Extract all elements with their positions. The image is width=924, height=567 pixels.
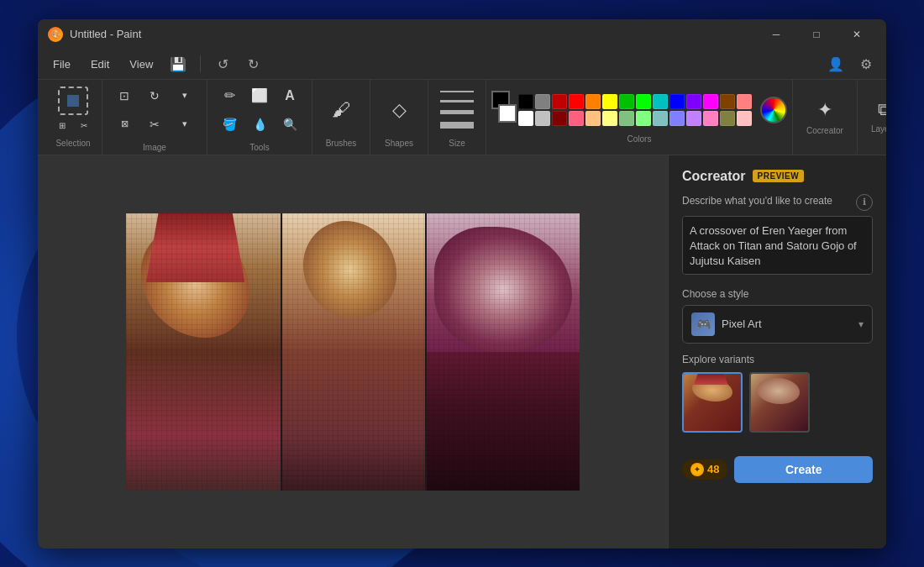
- color-swatch[interactable]: [569, 94, 584, 109]
- pencil-button[interactable]: ✏: [216, 82, 243, 109]
- color-swatch[interactable]: [720, 111, 735, 126]
- cocreator-panel: Cocreator PREVIEW Describe what you'd li…: [668, 155, 886, 549]
- account-icon[interactable]: 👤: [822, 52, 849, 76]
- ribbon-group-shapes: ◇ Shapes: [370, 80, 428, 155]
- selection-option-1[interactable]: ⊞: [52, 118, 72, 134]
- color-swatch[interactable]: [518, 111, 533, 126]
- brushes-label: Brushes: [326, 139, 357, 148]
- color-swatch[interactable]: [686, 94, 701, 109]
- color-swatch[interactable]: [585, 94, 601, 109]
- window-title: Untitled - Paint: [70, 28, 757, 40]
- variants-row: [682, 372, 873, 433]
- menu-file[interactable]: File: [45, 55, 79, 74]
- color-swatch[interactable]: [535, 94, 550, 109]
- variant-2[interactable]: [749, 372, 810, 433]
- color-swatch[interactable]: [602, 94, 617, 109]
- color-swatch[interactable]: [669, 94, 685, 109]
- ribbon-group-layers[interactable]: ⧉ Layers: [858, 80, 886, 155]
- color-swatch[interactable]: [552, 94, 567, 109]
- brushes-button[interactable]: 🖌: [321, 87, 361, 134]
- size-label: Size: [449, 139, 465, 148]
- redo-button[interactable]: ↻: [239, 52, 266, 76]
- color-swatch[interactable]: [703, 94, 718, 109]
- color-swatch[interactable]: [619, 94, 634, 109]
- menu-view[interactable]: View: [121, 55, 161, 74]
- image-label: Image: [143, 143, 166, 152]
- color-swatch[interactable]: [737, 94, 752, 109]
- size-4[interactable]: [440, 122, 474, 129]
- color-swatch[interactable]: [518, 94, 533, 109]
- describe-section: Describe what you'd like to create ℹ A c…: [682, 194, 873, 278]
- size-2[interactable]: [440, 100, 474, 102]
- minimize-button[interactable]: ─: [757, 19, 795, 50]
- canvas-right-panel: [425, 213, 580, 491]
- create-button[interactable]: Create: [734, 456, 873, 483]
- canvas-center-panel: [281, 213, 426, 491]
- menu-edit[interactable]: Edit: [82, 55, 118, 74]
- secondary-color-box[interactable]: [498, 104, 517, 123]
- style-dropdown[interactable]: 🎮 Pixel Art ▾: [682, 305, 873, 344]
- create-row: ✦ 48 Create: [682, 456, 873, 483]
- color-swatch[interactable]: [737, 111, 752, 126]
- credits-count: 48: [707, 463, 719, 475]
- ribbon-group-colors: Colors: [486, 80, 793, 155]
- close-button[interactable]: ✕: [837, 19, 876, 50]
- canvas-left-panel: [126, 213, 281, 491]
- describe-label: Describe what you'd like to create: [682, 195, 832, 207]
- ribbon-group-tools: ✏ ⬜ A 🪣 💧 🔍 Tools: [207, 80, 312, 155]
- maximize-button[interactable]: □: [797, 19, 836, 50]
- settings-icon[interactable]: ⚙: [853, 52, 879, 76]
- color-swatch[interactable]: [602, 111, 617, 126]
- color-swatch[interactable]: [669, 111, 685, 126]
- save-button[interactable]: 💾: [165, 52, 192, 76]
- menu-divider: [200, 55, 201, 72]
- preview-badge: PREVIEW: [753, 170, 805, 182]
- color-swatch[interactable]: [585, 111, 601, 126]
- selection-option-2[interactable]: ✂: [74, 118, 94, 134]
- color-swatch[interactable]: [619, 111, 634, 126]
- image-extra-button[interactable]: ▾: [171, 82, 198, 109]
- color-swatch[interactable]: [653, 94, 668, 109]
- select-all-button[interactable]: ⊠: [111, 111, 138, 138]
- prompt-input[interactable]: A crossover of Eren Yaeger from Attack o…: [682, 216, 873, 275]
- credits-coin-icon: ✦: [690, 463, 704, 476]
- zoom-tool-button[interactable]: 🔍: [276, 111, 303, 138]
- canvas-image: [126, 213, 580, 491]
- color-swatches-container: [491, 91, 787, 129]
- selection-tool-button[interactable]: ⊞ ✂: [53, 87, 93, 134]
- crop-button[interactable]: ⊡: [111, 82, 138, 109]
- colors-label: Colors: [627, 134, 652, 144]
- window-controls: ─ □ ✕: [757, 19, 876, 50]
- ribbon-group-cocreator[interactable]: ✦ Cocreator: [793, 80, 858, 155]
- color-swatch[interactable]: [703, 111, 718, 126]
- image-extra2-button[interactable]: ▾: [171, 111, 198, 138]
- canvas-area[interactable]: [38, 155, 668, 549]
- color-swatch[interactable]: [552, 111, 567, 126]
- paint-window: 🎨 Untitled - Paint ─ □ ✕ File Edit View …: [38, 19, 886, 549]
- size-3[interactable]: [440, 110, 474, 114]
- text-button[interactable]: A: [276, 82, 303, 109]
- color-swatch[interactable]: [686, 111, 701, 126]
- image-tools-row2: ⊠ ✂ ▾: [111, 111, 198, 138]
- color-swatch[interactable]: [720, 94, 735, 109]
- color-swatch[interactable]: [653, 111, 668, 126]
- undo-button[interactable]: ↺: [209, 52, 236, 76]
- crop2-button[interactable]: ✂: [141, 111, 168, 138]
- credits-badge: ✦ 48: [682, 459, 727, 480]
- color-swatch[interactable]: [636, 94, 651, 109]
- shapes-button[interactable]: ◇: [379, 87, 419, 134]
- color-palette-button[interactable]: [760, 97, 787, 123]
- variant-2-inner: [751, 374, 808, 431]
- info-button[interactable]: ℹ: [856, 194, 873, 211]
- color-selected-box: [491, 91, 510, 129]
- color-swatch[interactable]: [535, 111, 550, 126]
- style-name: Pixel Art: [722, 318, 852, 330]
- variant-1[interactable]: [682, 372, 743, 433]
- size-1[interactable]: [440, 91, 474, 92]
- color-picker-button[interactable]: 💧: [246, 111, 273, 138]
- fill-button[interactable]: 🪣: [216, 111, 243, 138]
- color-swatch[interactable]: [636, 111, 651, 126]
- color-swatch[interactable]: [569, 111, 584, 126]
- eraser-button[interactable]: ⬜: [246, 82, 273, 109]
- rotate-button[interactable]: ↻: [141, 82, 168, 109]
